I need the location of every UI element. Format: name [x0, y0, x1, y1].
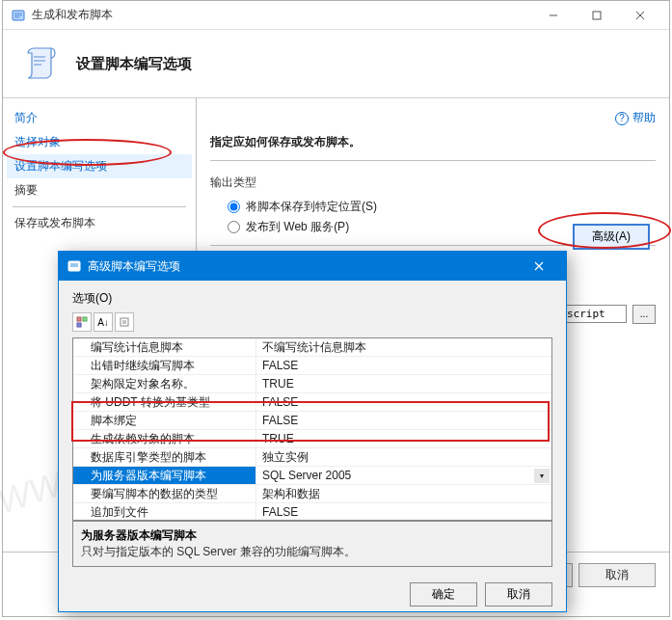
page-title: 设置脚本编写选项 [76, 55, 192, 73]
svg-rect-5 [77, 323, 81, 327]
app-icon [11, 8, 26, 23]
browse-button[interactable]: ... [632, 305, 656, 324]
sidebar-item-intro[interactable]: 简介 [7, 106, 192, 130]
window-title: 生成和发布脚本 [32, 7, 531, 23]
dialog-close-button[interactable] [520, 253, 558, 280]
sort-az-icon[interactable]: A↓ [94, 312, 113, 332]
prop-key[interactable]: 数据库引擎类型的脚本 [73, 448, 256, 467]
prop-key-data-type[interactable]: 要编写脚本的数据的类型 [73, 485, 256, 503]
title-bar: 生成和发布脚本 [3, 1, 669, 30]
prop-key-server-version[interactable]: 为服务器版本编写脚本 [73, 467, 256, 485]
sidebar-item-options[interactable]: 设置脚本编写选项 [7, 154, 192, 178]
prop-val[interactable]: FALSE [256, 412, 551, 430]
prop-val[interactable]: FALSE [256, 357, 551, 375]
close-button[interactable] [618, 2, 661, 29]
prop-key[interactable]: 编写统计信息脚本 [73, 338, 256, 357]
properties-icon[interactable] [115, 312, 134, 332]
chevron-down-icon[interactable]: ▾ [534, 469, 550, 483]
description-box: 为服务器版本编写脚本 只对与指定版本的 SQL Server 兼容的功能编写脚本… [72, 521, 552, 567]
sidebar-divider [13, 206, 186, 207]
prop-val[interactable]: FALSE [256, 503, 551, 521]
categorize-icon[interactable] [72, 312, 92, 332]
help-link[interactable]: 帮助 [632, 110, 656, 126]
description-title: 为服务器版本编写脚本 [81, 527, 544, 544]
svg-rect-6 [121, 318, 128, 326]
script-icon [20, 43, 61, 84]
prop-val[interactable]: 不编写统计信息脚本 [256, 338, 551, 357]
options-label: 选项(O) [72, 290, 552, 307]
svg-rect-3 [77, 317, 81, 321]
dialog-icon [67, 258, 82, 274]
prop-key[interactable]: 脚本绑定 [73, 412, 256, 430]
property-grid[interactable]: 编写统计信息脚本不编写统计信息脚本 出错时继续编写脚本FALSE 架构限定对象名… [72, 337, 552, 521]
dialog-title-bar: 高级脚本编写选项 [59, 252, 566, 281]
options-toolbar: A↓ [72, 312, 552, 332]
radio-save-location[interactable]: 将脚本保存到特定位置(S) [228, 199, 656, 215]
sidebar-item-summary[interactable]: 摘要 [7, 178, 192, 202]
prop-val[interactable]: TRUE [256, 375, 551, 393]
dialog-ok-button[interactable]: 确定 [410, 582, 477, 607]
prop-key[interactable]: 出错时继续编写脚本 [73, 357, 256, 375]
prop-val[interactable]: FALSE [256, 393, 551, 412]
minimize-button[interactable] [531, 2, 575, 29]
dialog-cancel-button[interactable]: 取消 [485, 582, 552, 607]
prop-val-data-type[interactable]: 架构和数据 [256, 485, 551, 503]
description-text: 只对与指定版本的 SQL Server 兼容的功能编写脚本。 [81, 544, 544, 560]
sidebar-item-save[interactable]: 保存或发布脚本 [7, 211, 192, 235]
prop-val-server-version[interactable]: SQL Server 2005▾ [256, 467, 551, 485]
cancel-button[interactable]: 取消 [578, 563, 656, 587]
prop-key[interactable]: 架构限定对象名称。 [73, 375, 256, 393]
maximize-button[interactable] [575, 2, 618, 29]
advanced-dialog: 高级脚本编写选项 选项(O) A↓ 编写统计信息脚本不编写统计信息脚本 出错时继… [58, 251, 567, 612]
prop-key[interactable]: 将 UDDT 转换为基类型 [73, 393, 256, 412]
help-icon: ? [615, 112, 629, 125]
instruction-text: 指定应如何保存或发布脚本。 [210, 134, 656, 150]
svg-rect-1 [593, 12, 601, 19]
prop-key[interactable]: 生成依赖对象的脚本 [73, 430, 256, 448]
output-type-label: 输出类型 [210, 175, 656, 191]
svg-rect-4 [83, 317, 87, 321]
prop-key[interactable]: 追加到文件 [73, 503, 256, 521]
content-header: 设置脚本编写选项 [3, 30, 669, 98]
dialog-title: 高级脚本编写选项 [88, 258, 520, 275]
advanced-button[interactable]: 高级(A) [573, 224, 650, 250]
sidebar-item-select[interactable]: 选择对象 [7, 130, 192, 154]
prop-val[interactable]: TRUE [256, 430, 551, 448]
prop-val[interactable]: 独立实例 [256, 448, 551, 467]
